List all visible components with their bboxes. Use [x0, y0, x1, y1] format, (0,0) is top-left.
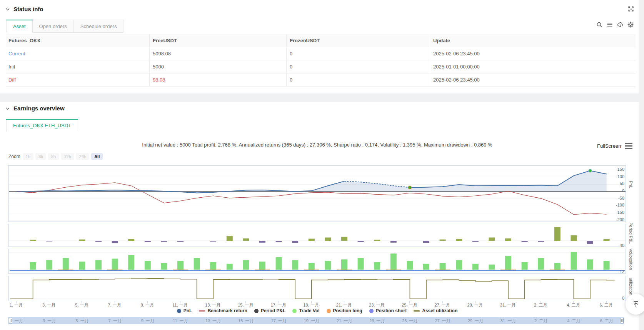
period-pnl-bar[interactable] [571, 235, 577, 241]
trade-vol-bar[interactable] [505, 256, 511, 270]
period-pnl-bar[interactable] [505, 238, 511, 241]
search-icon[interactable] [596, 22, 602, 28]
trade-vol-bar[interactable] [276, 257, 282, 270]
zoom-option-12h[interactable]: 12h [61, 153, 74, 160]
trade-vol-bar[interactable] [522, 262, 528, 270]
trade-vol-bar[interactable] [112, 259, 118, 270]
trade-vol-bar[interactable] [472, 264, 479, 270]
legend-item-benchmark-return[interactable]: Benchmark return [199, 308, 247, 313]
chart-menu-icon[interactable] [625, 143, 632, 149]
trade-vol-bar[interactable] [30, 262, 36, 270]
trade-vol-bar[interactable] [571, 252, 577, 270]
trade-vol-bar[interactable] [358, 258, 364, 270]
chevron-down-icon[interactable] [5, 106, 10, 111]
period-pnl-bar[interactable] [489, 238, 495, 241]
period-pnl-bar[interactable] [522, 241, 528, 242]
trade-vol-bar[interactable] [194, 258, 200, 270]
legend-item-asset-utilization[interactable]: Asset utilization [414, 308, 457, 313]
trade-vol-bar[interactable] [341, 259, 347, 270]
zoom-option-all[interactable]: All [91, 153, 103, 160]
fullscreen-expand-icon[interactable] [628, 6, 634, 12]
zoom-option-1h[interactable]: 1h [23, 153, 33, 160]
menu-icon[interactable] [607, 22, 613, 28]
period-pnl-bar[interactable] [374, 240, 380, 241]
trade-vol-bar[interactable] [292, 260, 298, 270]
trade-vol-bar[interactable] [259, 262, 265, 270]
trade-marker[interactable] [408, 186, 411, 189]
chart-navigator[interactable]: 1. 一月3. 一月5. 一月7. 一月9. 一月11. 一月13. 一月15.… [8, 317, 624, 324]
zoom-option-24h[interactable]: 24h [76, 153, 89, 160]
zoom-option-3h[interactable]: 3h [35, 153, 46, 160]
trade-vol-bar[interactable] [227, 264, 233, 270]
period-pnl-bar[interactable] [456, 239, 462, 241]
period-pnl-bar[interactable] [95, 241, 102, 242]
legend-item-period-p-l[interactable]: Period P&L [254, 308, 286, 313]
period-pnl-bar[interactable] [358, 241, 364, 242]
trade-vol-bar[interactable] [177, 261, 184, 270]
period-pnl-bar[interactable] [46, 241, 52, 242]
period-pnl-bar[interactable] [538, 241, 544, 242]
period-pnl-bar[interactable] [440, 240, 446, 241]
trade-vol-bar[interactable] [440, 263, 446, 270]
trade-vol-bar[interactable] [554, 263, 561, 270]
trade-vol-bar[interactable] [390, 253, 397, 270]
period-pnl-bar[interactable] [112, 241, 118, 243]
trade-vol-bar[interactable] [587, 259, 593, 270]
trade-vol-bar[interactable] [145, 261, 151, 270]
cloud-download-icon[interactable] [617, 22, 623, 28]
zoom-option-8h[interactable]: 8h [48, 153, 59, 160]
trade-vol-bar[interactable] [538, 258, 544, 270]
period-pnl-bar[interactable] [79, 240, 85, 241]
trade-vol-bar[interactable] [161, 263, 167, 270]
period-pnl-bar[interactable] [227, 236, 233, 241]
tab-open-orders[interactable]: Open orders [33, 20, 74, 33]
legend-item-pnl[interactable]: PnL [177, 308, 192, 313]
trade-vol-bar[interactable] [63, 258, 69, 270]
tab-futures-okx-eth-usdt[interactable]: Futures_OKX.ETH_USDT [6, 119, 78, 132]
settings-gear-icon[interactable] [627, 22, 634, 28]
navigator-handle-right[interactable] [620, 318, 624, 323]
trade-vol-bar[interactable] [423, 264, 429, 270]
period-pnl-bar[interactable] [161, 241, 167, 242]
period-pnl-bar[interactable] [177, 241, 184, 242]
period-pnl-bar[interactable] [292, 241, 298, 243]
trade-vol-bar[interactable] [604, 261, 610, 270]
trade-vol-bar[interactable] [309, 263, 315, 270]
current-link[interactable]: Current [8, 51, 25, 57]
period-pnl-bar[interactable] [390, 241, 397, 243]
chevron-down-icon[interactable] [5, 7, 10, 12]
trade-vol-bar[interactable] [79, 262, 85, 270]
period-pnl-bar[interactable] [309, 239, 315, 241]
legend-item-trade-vol[interactable]: Trade Vol [292, 308, 319, 313]
period-pnl-bar[interactable] [587, 241, 593, 244]
tab-asset[interactable]: Asset [6, 20, 33, 33]
trade-vol-bar[interactable] [489, 265, 495, 270]
period-pnl-bar[interactable] [423, 241, 429, 243]
navigator-handle-left[interactable] [9, 318, 12, 323]
trade-vol-bar[interactable] [46, 260, 52, 270]
trade-vol-bar[interactable] [374, 262, 380, 270]
trade-vol-bar[interactable] [407, 261, 413, 270]
period-pnl-bar[interactable] [472, 241, 479, 242]
trade-vol-bar[interactable] [128, 255, 134, 270]
period-pnl-bar[interactable] [145, 241, 151, 242]
legend-item-position-long[interactable]: Position long [327, 308, 362, 313]
period-pnl-bar[interactable] [325, 238, 331, 241]
trade-vol-bar[interactable] [325, 261, 331, 270]
period-pnl-bar[interactable] [259, 241, 265, 243]
fullscreen-label[interactable]: FullScreen [597, 143, 621, 149]
tab-schedule-orders[interactable]: Schedule orders [74, 20, 124, 33]
period-pnl-bar[interactable] [128, 239, 134, 241]
scroll-to-top-button[interactable] [626, 294, 644, 315]
period-pnl-bar[interactable] [210, 241, 216, 242]
period-pnl-bar[interactable] [604, 239, 610, 241]
period-pnl-bar[interactable] [243, 238, 249, 241]
legend-item-position-short[interactable]: Position short [369, 308, 407, 313]
trade-vol-bar[interactable] [210, 262, 216, 270]
trade-vol-bar[interactable] [95, 260, 102, 270]
period-pnl-bar[interactable] [554, 227, 561, 241]
trade-vol-bar[interactable] [456, 260, 462, 270]
page-scrollbar[interactable] [639, 0, 644, 330]
trade-marker[interactable] [589, 169, 592, 172]
trade-vol-bar[interactable] [243, 260, 249, 270]
